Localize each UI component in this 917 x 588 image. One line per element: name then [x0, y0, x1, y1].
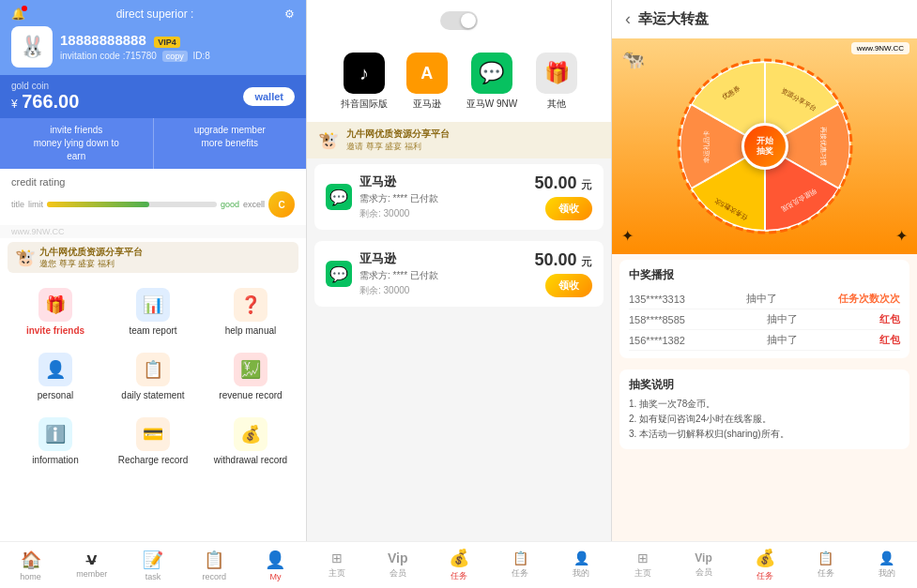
help-manual-label: help manual: [225, 325, 276, 336]
credit-rating-section: credit rating title limit good excell C: [0, 169, 306, 225]
task1-remaining: 剩余: 30000: [359, 207, 527, 220]
menu-item-withdrawal-record[interactable]: 💰 withdrawal record: [203, 410, 298, 473]
panel2-bottom-nav: ⊞ 主页 Vip 会员 💰 任务 📋 任务 👤 我的: [306, 541, 612, 588]
winners-section: 中奖播报 135****3313 抽中了 任务次数次次 158****8585 …: [619, 260, 909, 358]
menu-item-personal[interactable]: 👤 personal: [8, 345, 103, 408]
p3-nav-my[interactable]: 👤 我的: [856, 550, 917, 580]
p2-nav-my[interactable]: 👤 我的: [551, 550, 612, 580]
p2-member-label: 会员: [390, 567, 406, 580]
task1-price: 50.00: [535, 173, 577, 192]
decor-left: 🐄: [621, 48, 645, 70]
nav-record[interactable]: 📋 record: [184, 550, 245, 581]
gold-coin-bar: gold coin ¥ 766.00 wallet: [0, 75, 306, 118]
nav-home[interactable]: 🏠 home: [0, 550, 61, 581]
p2-main-icon: ⊞: [331, 550, 343, 565]
p3-nav-record[interactable]: 📋 任务: [795, 550, 856, 580]
platform-sub: 邀您 尊享 盛宴 福利: [39, 259, 115, 268]
nav-record-label: record: [202, 572, 226, 581]
toggle-switch[interactable]: [440, 11, 478, 30]
team-report-label: team report: [129, 325, 176, 336]
header-top-row: 🔔 direct superior : ⚙: [11, 8, 295, 21]
p2-nav-member[interactable]: Vip 会员: [367, 550, 428, 580]
task2-right: 50.00 元 领收: [535, 250, 593, 297]
rule-2: 2. 如有疑问咨询24小时在线客服。: [629, 412, 900, 427]
winner2-action: 抽中了: [767, 312, 798, 326]
winner-row-3: 156****1382 抽中了 红包: [629, 330, 900, 351]
revenue-record-icon: 💹: [234, 353, 267, 386]
menu-item-information[interactable]: ℹ️ information: [8, 410, 103, 473]
winner1-prize: 任务次数次次: [838, 292, 900, 306]
p2-nav-record[interactable]: 📋 任务: [490, 550, 551, 580]
winner1-id: 135****3313: [629, 294, 685, 305]
p3-main-label: 主页: [634, 567, 651, 580]
spin-label-line2: 抽奖: [757, 146, 773, 157]
gold-symbol: ¥: [11, 98, 18, 111]
team-report-icon: 📊: [136, 288, 170, 322]
p2-nav-task[interactable]: 💰 任务: [428, 548, 489, 582]
copy-button[interactable]: copy: [162, 51, 188, 62]
menu-item-recharge-record[interactable]: 💳 Recharge record: [105, 410, 201, 473]
credit-bar-row: title limit good excell C: [11, 191, 295, 218]
panel-lucky-wheel: ‹ 幸运大转盘 www.9NW.CC: [612, 0, 917, 588]
invite-friends-action[interactable]: invite friends money lying down to earn: [0, 118, 154, 169]
task1-collect-button[interactable]: 领收: [545, 197, 592, 220]
recharge-record-icon: 💳: [136, 417, 170, 451]
task2-collect-button[interactable]: 领收: [545, 274, 592, 297]
menu-item-revenue-record[interactable]: 💹 revenue record: [203, 345, 298, 408]
p3-my-label: 我的: [879, 567, 895, 580]
p2-nav-main[interactable]: ⊞ 主页: [306, 550, 367, 580]
panel3-bottom-nav: ⊞ 主页 Vip 会员 💰 任务 📋 任务 👤 我的: [612, 541, 917, 588]
nav-member[interactable]: V̶ member: [61, 552, 122, 579]
p3-nav-member[interactable]: Vip 会员: [673, 551, 734, 579]
app-wechat[interactable]: 💬 亚马W 9NW: [466, 53, 517, 111]
bell-container[interactable]: 🔔: [11, 8, 25, 21]
app-tiktok[interactable]: ♪ 抖音国际版: [341, 53, 388, 111]
platform-banner: 🐮 九牛网优质资源分享平台 邀您 尊享 盛宴 福利: [8, 242, 298, 273]
home-icon: 🏠: [21, 550, 41, 570]
p2-main-label: 主页: [329, 567, 345, 580]
panel-tasks: ♪ 抖音国际版 A 亚马逊 💬 亚马W 9NW 🎁 其他 🐮 九牛网: [306, 0, 612, 588]
menu-grid: 🎁 invite friends 📊 team report ❓ help ma…: [0, 277, 306, 476]
menu-item-team-report[interactable]: 📊 team report: [105, 280, 201, 343]
credit-fill: [47, 202, 149, 207]
user-info: 18888888888 VIP4 invitation code :715780…: [60, 32, 295, 62]
rules-title: 抽奖说明: [629, 377, 900, 393]
nav-my-label: My: [269, 572, 281, 581]
decor-bottom-left: ✦: [621, 227, 634, 245]
platform-banner2: 🐮 九牛网优质资源分享平台 邀请 尊享 盛宴 福利: [307, 122, 611, 158]
menu-item-daily-statement[interactable]: 📋 daily statement: [105, 345, 201, 408]
p2-record-label: 任务: [512, 567, 528, 580]
task1-requester: 需求方: **** 已付款: [359, 192, 527, 205]
svg-text:再接优惠习惯: 再接优惠习惯: [819, 127, 827, 166]
spin-button[interactable]: 开始 抽奖: [741, 123, 788, 170]
p3-nav-task[interactable]: 💰 任务: [734, 548, 795, 582]
personal-label: personal: [38, 390, 73, 400]
platform-name: 九牛网优质资源分享平台: [39, 247, 143, 257]
nav-task[interactable]: 📝 task: [122, 550, 183, 581]
app-other[interactable]: 🎁 其他: [536, 53, 577, 111]
personal-icon: 👤: [38, 353, 72, 386]
p3-nav-main[interactable]: ⊞ 主页: [612, 550, 673, 580]
wallet-button[interactable]: wallet: [243, 87, 295, 106]
notification-dot: [22, 6, 27, 11]
daily-statement-label: daily statement: [121, 390, 184, 400]
credit-label-title: title: [11, 200, 24, 209]
menu-item-invite-friends[interactable]: 🎁 invite friends: [8, 280, 103, 343]
rules-text: 1. 抽奖一次78金币。 2. 如有疑问咨询24小时在线客服。 3. 本活动一切…: [629, 397, 900, 442]
nav-home-label: home: [20, 572, 41, 581]
toggle-knob: [461, 13, 476, 28]
nav-my[interactable]: 👤 My: [245, 550, 306, 581]
gear-icon[interactable]: ⚙: [284, 8, 295, 21]
upgrade-member-action[interactable]: upgrade member more benefits: [154, 118, 307, 169]
task2-platform: 亚马逊: [359, 250, 527, 267]
app-icons-row: ♪ 抖音国际版 A 亚马逊 💬 亚马W 9NW 🎁 其他: [307, 41, 611, 122]
back-button[interactable]: ‹: [625, 9, 631, 29]
task1-wechat-icon: 💬: [326, 184, 352, 210]
p2-record-icon: 📋: [512, 550, 528, 565]
rules-section: 抽奖说明 1. 抽奖一次78金币。 2. 如有疑问咨询24小时在线客服。 3. …: [619, 369, 909, 449]
menu-item-help-manual[interactable]: ❓ help manual: [203, 280, 298, 343]
panel3-header: ‹ 幸运大转盘: [612, 0, 917, 38]
app-amazon[interactable]: A 亚马逊: [406, 53, 448, 111]
p3-record-icon: 📋: [818, 550, 833, 565]
nav-member-label: member: [76, 569, 107, 579]
